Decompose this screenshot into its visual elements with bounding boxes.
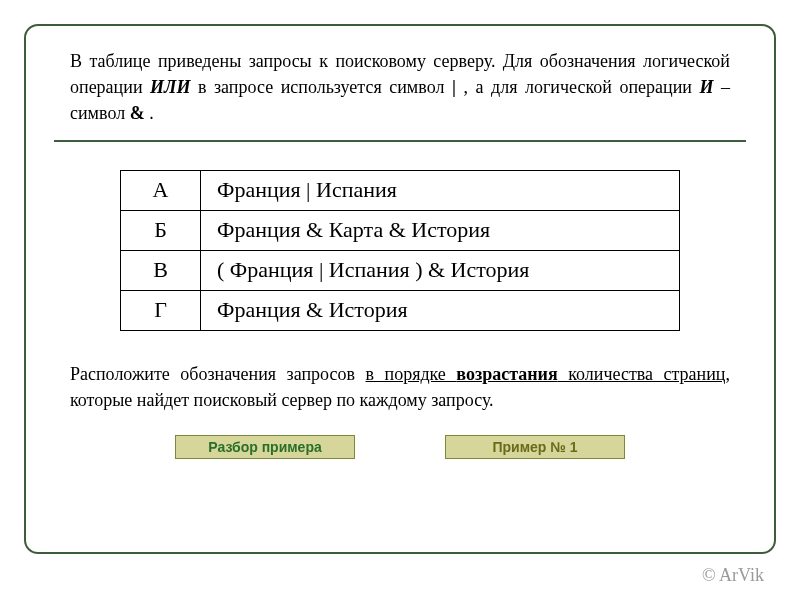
row-query: Франция | Испания [201,171,680,211]
example-button[interactable]: Пример № 1 [445,435,625,459]
divider [54,140,746,142]
task-underline: количества страниц [558,364,726,384]
intro-text: . [149,103,154,123]
button-row: Разбор примера Пример № 1 [64,435,736,459]
table-row: Г Франция & История [121,291,680,331]
intro-text: в запросе используется символ [198,77,452,97]
intro-text: , а для логической операции [463,77,699,97]
row-key: А [121,171,201,211]
table-row: В ( Франция | Испания ) & История [121,251,680,291]
query-table: А Франция | Испания Б Франция & Карта & … [120,170,680,331]
task-paragraph: Расположите обозначения запросов в поряд… [64,361,736,413]
or-keyword: ИЛИ [150,77,190,97]
row-query: Франция & Карта & История [201,211,680,251]
and-keyword: И [699,77,713,97]
row-key: В [121,251,201,291]
row-query: ( Франция | Испания ) & История [201,251,680,291]
table-row: Б Франция & Карта & История [121,211,680,251]
task-underline: в порядке [366,364,457,384]
pipe-symbol: | [452,77,456,97]
table-row: А Франция | Испания [121,171,680,211]
row-query: Франция & История [201,291,680,331]
amp-symbol: & [130,103,145,123]
analysis-button[interactable]: Разбор примера [175,435,355,459]
row-key: Б [121,211,201,251]
task-text: Расположите обозначения запросов [70,364,366,384]
task-underline-bold: возрастания [456,364,557,384]
row-key: Г [121,291,201,331]
slide-card: В таблице приведены запросы к поисковому… [24,24,776,554]
copyright: © ArVik [702,565,764,586]
intro-paragraph: В таблице приведены запросы к поисковому… [64,44,736,126]
